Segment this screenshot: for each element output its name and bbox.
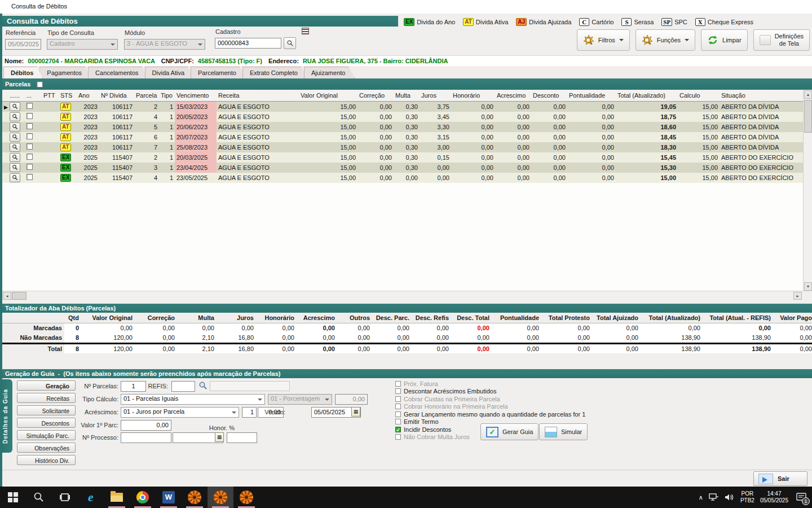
cadastro-field[interactable]: 000000843 bbox=[215, 38, 281, 49]
word-button[interactable]: W bbox=[156, 487, 182, 508]
tipo-calculo-select[interactable]: 01 - Parcelas Iguais bbox=[121, 394, 265, 405]
cadastro-search-button[interactable] bbox=[284, 37, 296, 49]
acrescimos-qtd-field[interactable]: 1 bbox=[242, 407, 257, 418]
magnifier-button[interactable] bbox=[10, 143, 20, 152]
internet-explorer-button[interactable]: e bbox=[78, 487, 104, 508]
totals-value: 138,90 bbox=[703, 333, 773, 343]
tab-strip: DébitosPagamentosCancelamentosDivida Ati… bbox=[2, 66, 812, 78]
row-checkbox[interactable] bbox=[27, 174, 33, 180]
magnifier-button[interactable] bbox=[10, 112, 20, 121]
guia-button-descontos[interactable]: Descontos bbox=[17, 418, 76, 428]
tab-pagamentos[interactable]: Pagamentos bbox=[39, 67, 91, 78]
limpar-button[interactable]: Limpar bbox=[701, 29, 748, 51]
tray-chevron-icon[interactable]: ∧ bbox=[699, 494, 703, 501]
table-row[interactable]: ▶AT20231061172115/03/2023AGUA E ESGOTO15… bbox=[2, 101, 806, 112]
task-view-button[interactable] bbox=[52, 487, 78, 508]
tab-ajuizamento[interactable]: Ajuizamento bbox=[304, 67, 355, 78]
modulo-select[interactable]: 3 - ÁGUA E ESGOTO bbox=[124, 39, 205, 50]
horizontal-scrollbar[interactable]: ◂ ▸ bbox=[2, 291, 812, 300]
row-checkbox[interactable] bbox=[27, 154, 33, 160]
processo-field[interactable] bbox=[121, 432, 171, 443]
speaker-icon[interactable] bbox=[725, 493, 735, 501]
tab-extrato-completo[interactable]: Extrato Completo bbox=[242, 67, 307, 78]
horizontal-scroll-thumb[interactable] bbox=[12, 292, 27, 300]
calculator-icon[interactable]: ▦ bbox=[215, 432, 224, 442]
guia-button-geracao[interactable]: Geração bbox=[17, 380, 76, 391]
table-row[interactable]: AT20231061177125/08/2023AGUA E ESGOTO15,… bbox=[2, 142, 806, 152]
tipo-consulta-select[interactable]: Cadastro bbox=[47, 39, 118, 50]
sair-button[interactable]: Sair bbox=[753, 471, 807, 486]
cadastro-list-icon[interactable] bbox=[302, 28, 309, 34]
scroll-right-icon[interactable]: ▸ bbox=[793, 292, 802, 300]
magnifier-button[interactable] bbox=[10, 153, 20, 162]
table-row[interactable]: EX20251154074123/05/2025AGUA E ESGOTO15,… bbox=[2, 173, 806, 183]
checkbox-descontar-acrescimos-embutidos[interactable]: Descontar Acréscimos Embutidos bbox=[395, 388, 585, 396]
app-button-1[interactable] bbox=[182, 487, 208, 508]
guia-button-historico-div[interactable]: Histórico Div. bbox=[17, 455, 76, 465]
acrescimos-select[interactable]: 01 - Juros por Parcela bbox=[121, 407, 239, 418]
definicoes-tela-button[interactable]: Definiçõesde Tela bbox=[753, 29, 810, 51]
checkbox-cobrar-honorario-na-primeira-parcela[interactable]: Cobrar Honorário na Primeira Parcela bbox=[395, 403, 585, 411]
page-title: Consulta de Débitos bbox=[7, 17, 78, 25]
file-explorer-button[interactable] bbox=[104, 487, 130, 508]
row-checkbox[interactable] bbox=[27, 103, 33, 109]
porcentagem-valor-field[interactable]: 0,00 bbox=[335, 394, 368, 405]
network-icon[interactable] bbox=[709, 493, 719, 501]
row-checkbox[interactable] bbox=[27, 123, 33, 129]
guia-button-solicitante[interactable]: Solicitante bbox=[17, 405, 76, 415]
table-row[interactable]: AT20231061176120/07/2023AGUA E ESGOTO15,… bbox=[2, 132, 806, 142]
checkbox-gerar-lancamento-mesmo-quando-a-quantidade-de-parcelas-for-1[interactable]: Gerar Lançamento mesmo quando a quantida… bbox=[395, 410, 585, 418]
vertical-scrollbar[interactable]: ▲ ▼ bbox=[803, 90, 812, 291]
checkbox-prox-fatura[interactable]: Próx. Fatura bbox=[395, 380, 585, 388]
funcoes-button[interactable]: Funções bbox=[636, 29, 695, 51]
gerar-guia-button[interactable]: ✓ Gerar Guia bbox=[480, 423, 539, 440]
guia-button-simulacao-parc[interactable]: Simulação Parc. bbox=[17, 430, 76, 440]
chrome-button[interactable] bbox=[130, 487, 156, 508]
tab-debitos[interactable]: Débitos bbox=[3, 67, 43, 78]
notification-center-button[interactable]: 1 bbox=[794, 490, 809, 505]
filtros-label: Filtros bbox=[598, 37, 615, 43]
row-checkbox[interactable] bbox=[27, 164, 33, 170]
table-row[interactable]: AT20231061175120/06/2023AGUA E ESGOTO15,… bbox=[2, 122, 806, 132]
table-row[interactable]: AT20231061174120/05/2023AGUA E ESGOTO15,… bbox=[2, 112, 806, 122]
scroll-up-icon[interactable]: ▲ bbox=[804, 90, 812, 99]
start-button[interactable] bbox=[0, 487, 26, 508]
magnifier-button[interactable] bbox=[10, 163, 20, 172]
guia-button-observacoes[interactable]: Observações bbox=[17, 443, 76, 453]
row-checkbox[interactable] bbox=[27, 143, 33, 150]
row-detail-cell bbox=[8, 132, 25, 142]
row-checkbox[interactable] bbox=[27, 133, 33, 139]
checkbox-cobrar-custas-na-primeira-parcela[interactable]: Cobrar Custas na Primeira Parcela bbox=[395, 395, 585, 403]
simular-button[interactable]: Simular bbox=[539, 423, 588, 440]
tab-divida-ativa[interactable]: Divida Ativa bbox=[145, 67, 194, 78]
taskbar-search-button[interactable] bbox=[26, 487, 52, 508]
keyboard-layout: PTB2 bbox=[740, 497, 754, 505]
magnifier-button[interactable] bbox=[10, 173, 20, 182]
table-row[interactable]: EX20251154072120/03/2025AGUA E ESGOTO15,… bbox=[2, 152, 806, 163]
row-checkbox[interactable] bbox=[27, 113, 33, 119]
vertical-scroll-thumb[interactable] bbox=[804, 100, 812, 133]
guia-button-receitas[interactable]: Receitas bbox=[17, 393, 76, 403]
magnifier-button[interactable] bbox=[10, 122, 20, 132]
scroll-left-icon[interactable]: ◂ bbox=[3, 292, 11, 300]
valor1-field[interactable]: 0,00 bbox=[121, 420, 171, 431]
referencia-field[interactable]: 05/05/2025 bbox=[5, 39, 41, 50]
honor-field[interactable] bbox=[227, 432, 257, 443]
filtros-button[interactable]: Filtros bbox=[577, 29, 630, 51]
language-indicator[interactable]: POR PTB2 bbox=[740, 491, 754, 505]
detalhes-da-guia-tab[interactable]: Detalhes da Guia bbox=[2, 379, 12, 453]
table-row[interactable]: EX20251154073123/04/2025AGUA E ESGOTO15,… bbox=[2, 163, 806, 173]
refis-search-icon[interactable] bbox=[198, 381, 208, 390]
refis-field[interactable] bbox=[171, 381, 195, 392]
tab-cancelamentos[interactable]: Cancelamentos bbox=[88, 67, 148, 78]
tab-parcelamento[interactable]: Parcelamento bbox=[191, 67, 246, 78]
app-button-3[interactable] bbox=[233, 487, 259, 508]
porcentagem-select[interactable]: 01 - Porcentagem bbox=[268, 394, 332, 405]
clock[interactable]: 14:47 05/05/2025 bbox=[760, 491, 788, 505]
scroll-down-icon[interactable]: ▼ bbox=[804, 282, 812, 291]
app-button-2-active[interactable] bbox=[208, 487, 233, 508]
magnifier-button[interactable] bbox=[10, 102, 20, 111]
parcelas-checkbox[interactable] bbox=[37, 81, 43, 87]
magnifier-button[interactable] bbox=[10, 133, 20, 142]
calendar-icon[interactable]: ▦ bbox=[351, 407, 360, 417]
